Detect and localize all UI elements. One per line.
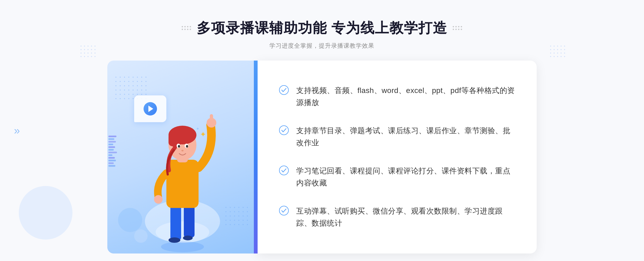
check-icon-3 — [279, 166, 289, 175]
feature-item-3: 学习笔记回看、课程提问、课程评论打分、课件资料下载，重点内容收藏 — [279, 162, 515, 192]
main-title: 多项录播课辅助功能 专为线上教学打造 — [197, 19, 447, 38]
stripe-decoration — [107, 136, 114, 189]
svg-point-5 — [169, 237, 180, 243]
svg-point-6 — [183, 236, 193, 240]
svg-point-23 — [279, 85, 288, 95]
check-icon-1 — [279, 85, 289, 95]
svg-rect-9 — [210, 114, 213, 124]
feature-text-1: 支持视频、音频、flash、word、excel、ppt、pdf等各种格式的资源… — [296, 85, 515, 109]
big-circle-decoration — [19, 186, 72, 240]
check-icon-4 — [279, 206, 289, 215]
svg-point-19 — [186, 145, 188, 148]
feature-item-2: 支持章节目录、弹题考试、课后练习、课后作业、章节测验、批改作业 — [279, 122, 515, 152]
outer-dots-right: for(let i=0;i<20;i++) document.currentSc… — [550, 46, 566, 58]
left-arrow-decoration: » — [14, 125, 20, 137]
svg-point-25 — [279, 166, 288, 175]
svg-point-18 — [178, 145, 180, 148]
svg-point-26 — [279, 206, 288, 215]
svg-point-24 — [279, 126, 288, 135]
svg-text:✦: ✦ — [196, 126, 199, 131]
decoration-dots-right — [453, 26, 462, 30]
right-features-panel: 支持视频、音频、flash、word、excel、ppt、pdf等各种格式的资源… — [258, 61, 537, 253]
decoration-dots-left — [182, 26, 191, 30]
header-decoration: 多项录播课辅助功能 专为线上教学打造 — [182, 19, 462, 38]
svg-rect-15 — [169, 133, 177, 146]
content-area: for(let i=0;i<48;i++) document.currentSc… — [107, 61, 537, 253]
page-container: for(let i=0;i<20;i++) document.currentSc… — [0, 0, 644, 261]
feature-text-3: 学习笔记回看、课程提问、课程评论打分、课件资料下载，重点内容收藏 — [296, 165, 515, 189]
svg-rect-7 — [166, 160, 199, 208]
feature-text-2: 支持章节目录、弹题考试、课后练习、课后作业、章节测验、批改作业 — [296, 125, 515, 149]
svg-point-10 — [154, 195, 163, 204]
header-section: 多项录播课辅助功能 专为线上教学打造 学习进度全掌握，提升录播课教学效果 — [182, 0, 462, 50]
vertical-accent-bar — [254, 61, 258, 253]
subtitle: 学习进度全掌握，提升录播课教学效果 — [182, 42, 462, 50]
outer-dots-left: for(let i=0;i<20;i++) document.currentSc… — [80, 46, 97, 58]
illustration-figure: ✦ ✦ — [131, 98, 233, 253]
svg-point-2 — [161, 241, 204, 252]
check-icon-2 — [279, 125, 289, 135]
svg-point-20 — [181, 150, 184, 151]
svg-point-1 — [156, 221, 209, 243]
feature-text-4: 互动弹幕、试听购买、微信分享、观看次数限制、学习进度跟踪、数据统计 — [296, 205, 515, 229]
feature-item-1: 支持视频、音频、flash、word、excel、ppt、pdf等各种格式的资源… — [279, 82, 515, 111]
svg-text:✦: ✦ — [200, 130, 206, 139]
feature-item-4: 互动弹幕、试听购买、微信分享、观看次数限制、学习进度跟踪、数据统计 — [279, 203, 515, 232]
left-illustration-panel: for(let i=0;i<48;i++) document.currentSc… — [107, 61, 258, 253]
svg-rect-4 — [184, 205, 195, 237]
svg-rect-3 — [170, 205, 181, 240]
